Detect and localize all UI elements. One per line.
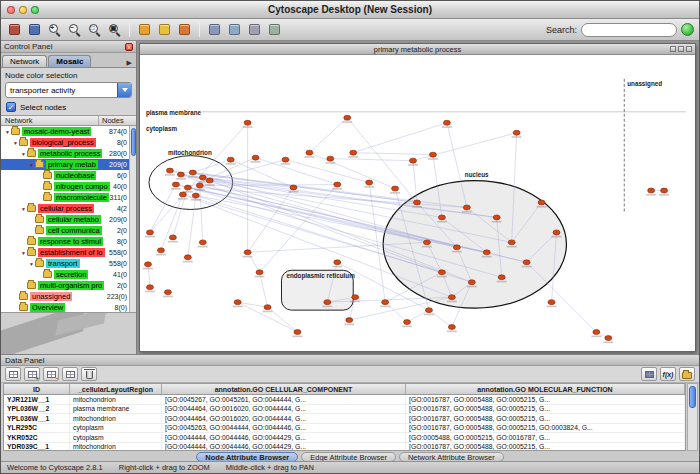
network-node[interactable] <box>498 275 505 280</box>
network-node[interactable] <box>382 300 389 305</box>
network-node[interactable] <box>593 330 600 335</box>
column-header[interactable]: annotation.GO MOLECULAR_FUNCTION <box>406 384 685 394</box>
new-network-from-selection-icon[interactable] <box>176 21 193 38</box>
network-node[interactable] <box>306 150 313 155</box>
inner-window-close-icon[interactable] <box>686 46 692 52</box>
network-node[interactable] <box>164 290 171 295</box>
network-node[interactable] <box>146 230 153 235</box>
tab-mosaic[interactable]: Mosaic <box>48 55 91 67</box>
tree-row[interactable]: ▼biological_process8(0 <box>1 137 136 148</box>
network-canvas-svg[interactable]: plasma membranecytoplasmmitochondrionnuc… <box>140 55 695 351</box>
plugins-icon[interactable] <box>246 21 263 38</box>
network-node[interactable] <box>352 295 359 300</box>
network-node[interactable] <box>324 300 331 305</box>
data-panel-toggle-icon[interactable] <box>26 21 43 38</box>
create-attribute-button[interactable]: + <box>24 367 40 381</box>
tree-row[interactable]: ▼primary metab209(0 <box>1 159 136 170</box>
table-row[interactable]: YLR295Ccytoplasm[GO:0045263, GO:0044444,… <box>4 424 685 434</box>
zoom-selected-icon[interactable]: □ <box>86 21 103 38</box>
network-node[interactable] <box>256 270 263 275</box>
network-node[interactable] <box>453 245 460 250</box>
network-node[interactable] <box>463 205 470 210</box>
table-row[interactable]: YPL036W__1mitochondrion[GO:0044464, GO:0… <box>4 414 685 424</box>
network-node[interactable] <box>234 300 241 305</box>
expander-icon[interactable]: ▼ <box>4 129 11 135</box>
network-node[interactable] <box>448 325 455 330</box>
network-node[interactable] <box>414 200 421 205</box>
network-node[interactable] <box>146 285 153 290</box>
network-node[interactable] <box>169 235 176 240</box>
network-node[interactable] <box>227 157 234 162</box>
network-node[interactable] <box>189 170 196 175</box>
tree-scrollbar-thumb[interactable] <box>131 128 136 156</box>
search-input[interactable] <box>581 23 677 37</box>
network-node[interactable] <box>448 295 455 300</box>
network-node[interactable] <box>192 193 199 198</box>
tree-row[interactable]: secretion41(0 <box>1 269 136 280</box>
control-panel-toggle-icon[interactable] <box>6 21 23 38</box>
zoom-out-icon[interactable]: − <box>66 21 83 38</box>
network-node[interactable] <box>252 155 259 160</box>
network-node[interactable] <box>392 186 399 191</box>
column-header[interactable]: _cellularLayoutRegion <box>70 384 162 394</box>
table-scrollbar[interactable] <box>687 383 698 451</box>
network-node[interactable] <box>334 182 341 187</box>
network-view-title-bar[interactable]: primary metabolic process <box>140 44 695 55</box>
network-node[interactable] <box>508 240 515 245</box>
network-node[interactable] <box>468 280 475 285</box>
node-color-select[interactable]: transporter activity <box>5 82 132 98</box>
network-node[interactable] <box>605 336 612 341</box>
tree-row[interactable]: ▼establishment of lo558(0 <box>1 247 136 258</box>
zoom-in-icon[interactable]: + <box>46 21 63 38</box>
network-node[interactable] <box>244 250 251 255</box>
network-node[interactable] <box>548 300 555 305</box>
network-node[interactable] <box>425 308 432 313</box>
expander-icon[interactable]: ▼ <box>28 162 35 168</box>
tree-row[interactable]: ▼metabolic process280(0 <box>1 148 136 159</box>
network-node[interactable] <box>423 240 430 245</box>
network-node[interactable] <box>410 158 417 163</box>
tree-row[interactable]: ▼mosaic-demo-yeast874(0 <box>1 126 136 137</box>
hide-selected-icon[interactable] <box>136 21 153 38</box>
network-node[interactable] <box>327 156 334 161</box>
tree-row[interactable]: nitrogen compo40(0 <box>1 181 136 192</box>
tree-row[interactable]: unassigned223(0) <box>1 291 136 302</box>
select-attributes-button[interactable] <box>5 367 21 381</box>
network-node[interactable] <box>166 168 173 173</box>
network-node[interactable] <box>184 185 191 190</box>
edit-attribute-button[interactable] <box>62 367 78 381</box>
table-scrollbar-thumb[interactable] <box>689 386 696 408</box>
layout-icon[interactable] <box>266 21 283 38</box>
network-node[interactable] <box>344 115 351 120</box>
tree-row[interactable]: macromolecule311(0 <box>1 192 136 203</box>
column-header[interactable]: ID <box>4 384 70 394</box>
network-node[interactable] <box>366 180 373 185</box>
expander-icon[interactable]: ▼ <box>20 250 27 256</box>
tree-row[interactable]: ▼cellular process4(2 <box>1 203 136 214</box>
network-column-header[interactable]: Network <box>1 116 98 125</box>
tree-row[interactable]: cellular metabo209(0 <box>1 214 136 225</box>
tree-row[interactable]: ▼transport558(0 <box>1 258 136 269</box>
tree-row[interactable]: multi-organism pro2(0 <box>1 280 136 291</box>
tree-row[interactable]: response to stimul8(0 <box>1 236 136 247</box>
network-node[interactable] <box>438 270 445 275</box>
annotation-icon[interactable] <box>206 21 223 38</box>
network-node[interactable] <box>538 200 545 205</box>
network-node[interactable] <box>157 248 164 253</box>
network-node[interactable] <box>177 172 184 177</box>
network-canvas[interactable]: plasma membranecytoplasmmitochondrionnuc… <box>140 55 695 351</box>
title-bar[interactable]: Cytoscape Desktop (New Session) <box>1 1 699 19</box>
function-builder-button[interactable]: f(x) <box>660 367 676 381</box>
table-row[interactable]: YPL036W__2plasma membrane[GO:0044464, GO… <box>4 405 685 415</box>
network-node[interactable] <box>346 318 353 323</box>
vizmapper-icon[interactable] <box>226 21 243 38</box>
network-node[interactable] <box>493 215 500 220</box>
network-node[interactable] <box>184 255 191 260</box>
delete-attributes-trash-button[interactable] <box>81 367 97 381</box>
network-node[interactable] <box>648 188 655 193</box>
network-node[interactable] <box>553 230 560 235</box>
import-attributes-button[interactable] <box>679 367 695 381</box>
network-node[interactable] <box>294 330 301 335</box>
network-node[interactable] <box>206 178 213 183</box>
nodes-column-header[interactable]: Nodes <box>98 116 136 125</box>
